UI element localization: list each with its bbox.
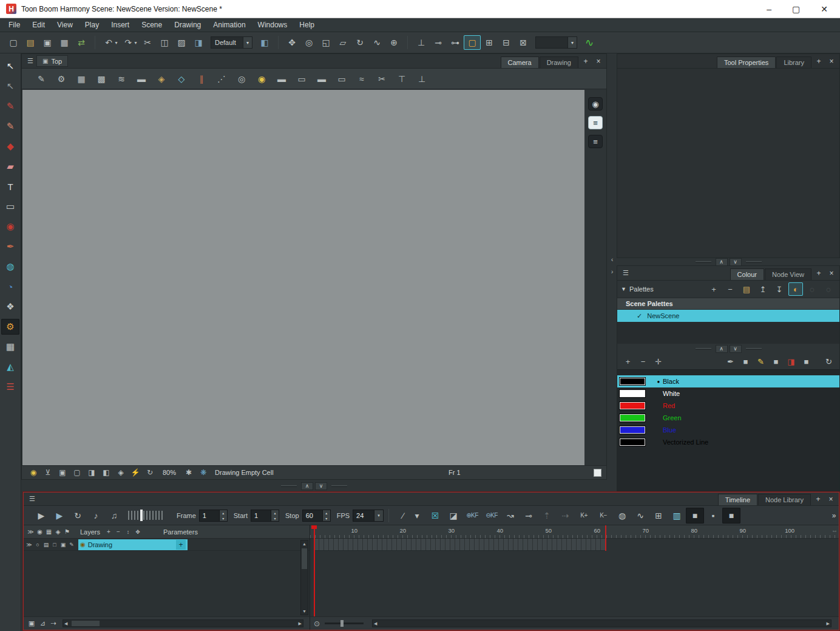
White[interactable]: White bbox=[617, 387, 839, 400]
rotate-3d-icon[interactable]: ↻ bbox=[351, 35, 368, 50]
menu-item[interactable]: File bbox=[2, 19, 26, 31]
palette-mode-icon[interactable]: ◐ bbox=[788, 282, 803, 296]
timeline-exposure-track[interactable] bbox=[314, 539, 605, 551]
add-tab-icon[interactable]: + bbox=[813, 268, 824, 279]
alignment-guide-icon[interactable]: ⊥ bbox=[413, 35, 430, 50]
swatch-refresh-icon[interactable]: ↻ bbox=[822, 355, 836, 368]
collapse-down-button[interactable]: ∨ bbox=[730, 258, 742, 266]
curve-keyframe-icon[interactable]: ↝ bbox=[501, 508, 520, 524]
menu-item[interactable]: Animation bbox=[207, 19, 251, 31]
Red[interactable]: Red bbox=[617, 400, 839, 412]
solo-mode2-icon[interactable]: ■ bbox=[722, 508, 740, 524]
lock-all-icon[interactable]: ◈ bbox=[53, 527, 63, 537]
playhead[interactable] bbox=[314, 525, 315, 616]
menu-item[interactable]: Play bbox=[79, 19, 105, 31]
close-tab-icon[interactable]: × bbox=[826, 268, 837, 279]
sound-scrub-button[interactable]: ♫ bbox=[105, 508, 123, 524]
Black[interactable]: ● Black bbox=[617, 375, 839, 387]
add-keyframe-icon[interactable]: K+ bbox=[574, 508, 594, 524]
redo-dropdown-icon[interactable]: ▾ bbox=[132, 35, 139, 50]
outline-mode-icon[interactable]: ▢ bbox=[70, 466, 84, 479]
splitter-grip[interactable] bbox=[281, 485, 297, 487]
remove-palette-icon[interactable]: − bbox=[723, 282, 737, 296]
add-kf-exposure-icon[interactable]: ⊕KF bbox=[462, 508, 482, 524]
menu-item[interactable]: Drawing bbox=[168, 19, 207, 31]
Vectorized Line[interactable]: Vectorized Line bbox=[617, 436, 839, 448]
show-data-view-icon[interactable]: ▦ bbox=[44, 527, 53, 537]
field-guide-icon[interactable]: ≋ bbox=[113, 72, 130, 86]
pivot-icon[interactable]: ⊕ bbox=[385, 35, 402, 50]
frame-shift-icon[interactable]: ⇢ bbox=[48, 618, 59, 629]
swatch-black-a-icon[interactable]: ■ bbox=[739, 355, 753, 368]
cut-icon[interactable]: ✂ bbox=[139, 35, 156, 50]
fps-dropdown-icon[interactable]: ▾ bbox=[374, 510, 383, 521]
save-icon[interactable]: ▣ bbox=[39, 35, 56, 50]
safe-area-icon[interactable]: ▬ bbox=[133, 72, 150, 86]
flag-icon[interactable]: ⚑ bbox=[63, 527, 72, 537]
frame-spinner[interactable]: 1 ▴▾ bbox=[199, 510, 228, 522]
remove-keyframe-icon[interactable]: K− bbox=[594, 508, 613, 524]
skew-icon[interactable]: ▱ bbox=[334, 35, 351, 50]
add-colour-icon[interactable]: + bbox=[621, 355, 635, 368]
colour-dropper-icon[interactable]: ✒ bbox=[723, 355, 737, 368]
tab-drawing[interactable]: Drawing bbox=[540, 56, 578, 68]
close-button[interactable]: ✕ bbox=[821, 4, 828, 14]
add-view-icon[interactable]: ◧ bbox=[256, 35, 273, 50]
flower-status-icon[interactable]: ❋ bbox=[197, 466, 210, 479]
jog-slider[interactable] bbox=[128, 511, 163, 520]
colour-menu-icon[interactable]: ☰ bbox=[620, 269, 632, 277]
layers-vertical-scrollbar[interactable]: ▲ ▼ bbox=[300, 540, 308, 615]
swatch-black-b-icon[interactable]: ■ bbox=[769, 355, 783, 368]
curve-icon[interactable]: ∿ bbox=[368, 35, 385, 50]
minimize-button[interactable]: – bbox=[767, 4, 771, 14]
splitter-grip[interactable] bbox=[696, 261, 711, 263]
undo-dropdown-icon[interactable]: ▾ bbox=[113, 35, 120, 50]
dropper-tool[interactable]: ✒ bbox=[1, 239, 19, 254]
ink-pot-tool[interactable]: ◉ bbox=[1, 219, 19, 234]
matte-icon[interactable]: ☒ bbox=[426, 508, 444, 524]
motion-path-icon[interactable]: ⊸ bbox=[520, 508, 538, 524]
trace-next-icon[interactable]: ⇢ bbox=[556, 508, 574, 524]
new-scene-icon[interactable]: ▢ bbox=[5, 35, 22, 50]
menu-item[interactable]: Scene bbox=[135, 19, 168, 31]
light-table-on-icon[interactable]: ◉ bbox=[253, 72, 270, 86]
grid-view-icon[interactable]: ⊞ bbox=[649, 508, 668, 524]
fps-combobox[interactable]: 24 ▾ bbox=[353, 510, 384, 522]
timeline-zoom-slider[interactable] bbox=[325, 622, 364, 624]
layer-order-icon[interactable]: ↕ bbox=[123, 527, 133, 537]
splitter-grip[interactable] bbox=[331, 485, 347, 487]
onion-ring-icon[interactable]: ◍ bbox=[613, 508, 631, 524]
play-button[interactable]: ▶ bbox=[32, 508, 50, 524]
collapse-up-button[interactable]: ∧ bbox=[716, 258, 728, 266]
preset-combobox[interactable]: Default ▾ bbox=[211, 36, 252, 49]
remove-layer-icon[interactable]: − bbox=[113, 527, 123, 537]
collapse-left-icon[interactable]: ‹ bbox=[611, 256, 614, 263]
unlock-icon[interactable]: ◇ bbox=[173, 72, 190, 86]
layer-chip-drawing[interactable]: ◉ Drawing + bbox=[78, 539, 188, 550]
function-curve-icon[interactable]: ∿ bbox=[581, 35, 598, 50]
tab-node-view[interactable]: Node View bbox=[765, 268, 811, 280]
menu-item[interactable]: Insert bbox=[105, 19, 135, 31]
render-mode-icon[interactable]: ◨ bbox=[85, 466, 98, 479]
sound-button[interactable]: ♪ bbox=[87, 508, 105, 524]
underlay-art-icon[interactable]: ⋰ bbox=[213, 72, 230, 86]
zoom-slider-handle[interactable] bbox=[340, 620, 344, 627]
scene-end-marker[interactable] bbox=[605, 525, 606, 551]
onion-skin-a-icon[interactable]: ▬ bbox=[273, 72, 290, 86]
lock-row-icon[interactable]: □ bbox=[50, 540, 59, 550]
scale-icon[interactable]: ◱ bbox=[317, 35, 334, 50]
paint-mode-icon[interactable]: ◧ bbox=[100, 466, 113, 479]
collapse-up-button[interactable]: ∧ bbox=[716, 345, 728, 353]
flash-render-icon[interactable]: ⚡ bbox=[129, 466, 142, 479]
rotate-icon[interactable]: ◎ bbox=[300, 35, 317, 50]
lock-status-icon[interactable]: ◈ bbox=[114, 466, 127, 479]
maximize-button[interactable]: ▢ bbox=[792, 4, 800, 14]
playhead-marker[interactable] bbox=[311, 525, 317, 529]
add-layer-icon[interactable]: + bbox=[104, 527, 113, 537]
onion-next-icon[interactable]: ⊶ bbox=[447, 35, 464, 50]
stop-spinner-arrows[interactable]: ▴▾ bbox=[322, 510, 330, 521]
timeline-layer-row[interactable]: ≫○▤□▣✎ ◉ Drawing + bbox=[24, 539, 310, 551]
deform-stack-tool[interactable]: ☰ bbox=[1, 379, 19, 395]
grid-icon[interactable]: ▦ bbox=[73, 72, 90, 86]
menu-item[interactable]: Edit bbox=[26, 19, 51, 31]
